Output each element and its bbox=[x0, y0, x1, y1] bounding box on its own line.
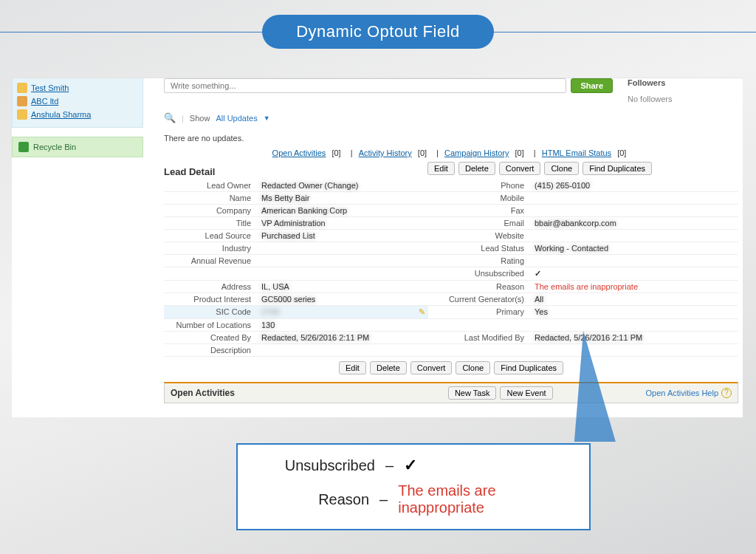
delete-button[interactable]: Delete bbox=[458, 162, 495, 175]
recycle-label: Recycle Bin bbox=[33, 143, 76, 151]
value-address: IL, USA bbox=[258, 281, 428, 293]
label-lead-source: Lead Source bbox=[164, 230, 258, 242]
value-lead-status: Working - Contacted bbox=[532, 242, 738, 255]
count-badge: [0] bbox=[418, 148, 427, 157]
value-lead-owner: Redacted Owner (Change) bbox=[258, 179, 428, 192]
label-created-by: Created By bbox=[164, 332, 258, 344]
lead-detail-grid: Lead Owner Redacted Owner (Change) Phone… bbox=[164, 179, 738, 357]
open-activities-section: Open Activities New Task New Event Open … bbox=[164, 382, 738, 403]
new-event-button[interactable]: New Event bbox=[500, 386, 552, 400]
pencil-icon[interactable]: ✎ bbox=[419, 307, 425, 317]
value-name: Ms Betty Bair bbox=[258, 192, 428, 205]
label-unsubscribed: Unsubscribed bbox=[428, 267, 532, 281]
value-current-generators: All bbox=[532, 293, 738, 306]
share-button[interactable]: Share bbox=[571, 78, 613, 93]
callout-row-unsubscribed: Unsubscribed – ✓ bbox=[250, 452, 577, 479]
callout-value-reason: The emails are inappropriate bbox=[398, 482, 577, 516]
followers-head: Followers bbox=[628, 78, 738, 87]
label-industry: Industry bbox=[164, 242, 258, 255]
link-open-activities[interactable]: Open Activities bbox=[272, 148, 326, 157]
callout-label-unsubscribed: Unsubscribed bbox=[250, 457, 375, 474]
recent-item[interactable]: Anshula Sharma bbox=[17, 108, 138, 121]
label-sic-code: SIC Code bbox=[164, 306, 258, 319]
label-blank2 bbox=[428, 319, 532, 332]
show-label: Show bbox=[190, 114, 210, 123]
link-html-email-status[interactable]: HTML Email Status bbox=[542, 148, 611, 157]
value-title: VP Administration bbox=[258, 217, 428, 230]
callout-row-reason: Reason – The emails are inappropriate bbox=[250, 479, 577, 520]
link-activity-history[interactable]: Activity History bbox=[359, 148, 412, 157]
feed-input[interactable] bbox=[164, 78, 566, 93]
new-task-button[interactable]: New Task bbox=[448, 386, 496, 400]
separator: | bbox=[182, 114, 184, 123]
clone-button[interactable]: Clone bbox=[456, 361, 490, 375]
find-duplicates-button[interactable]: Find Duplicates bbox=[583, 162, 652, 175]
value-phone: (415) 265-0100 bbox=[532, 179, 738, 192]
label-rating: Rating bbox=[428, 255, 532, 267]
value-mobile bbox=[532, 192, 738, 205]
edit-button[interactable]: Edit bbox=[339, 361, 366, 375]
label-annual-revenue: Annual Revenue bbox=[164, 255, 258, 267]
value-lead-source: Purchased List bbox=[258, 230, 428, 242]
show-filter-dropdown[interactable]: All Updates bbox=[216, 114, 257, 123]
banner-line-left bbox=[0, 32, 262, 33]
count-badge: [0] bbox=[617, 148, 626, 157]
banner: Dynamic Optout Field bbox=[0, 15, 756, 49]
label-website: Website bbox=[428, 230, 532, 242]
main-content: Share Followers No followers 🔍 | Show Al… bbox=[143, 78, 743, 417]
label-reason: Reason bbox=[428, 281, 532, 293]
label-blank3 bbox=[428, 344, 532, 357]
recent-item[interactable]: Test Smith bbox=[17, 81, 138, 95]
count-badge: [0] bbox=[331, 148, 340, 157]
callout-value-unsubscribed: ✓ bbox=[404, 456, 417, 475]
convert-button[interactable]: Convert bbox=[410, 361, 453, 375]
banner-line-right bbox=[494, 32, 756, 33]
label-product-interest: Product Interest bbox=[164, 293, 258, 306]
label-name: Name bbox=[164, 192, 258, 205]
banner-title: Dynamic Optout Field bbox=[262, 15, 494, 49]
value-product-interest: GC5000 series bbox=[258, 293, 428, 306]
open-activities-title: Open Activities bbox=[171, 388, 355, 398]
dash: – bbox=[385, 457, 394, 474]
label-blank bbox=[164, 267, 258, 281]
label-num-locations: Number of Locations bbox=[164, 319, 258, 332]
link-campaign-history[interactable]: Campaign History bbox=[444, 148, 509, 157]
lead-icon bbox=[17, 109, 27, 120]
recent-link[interactable]: ABC ltd bbox=[31, 97, 58, 106]
value-blank3 bbox=[532, 344, 738, 357]
detail-buttons-bottom: Edit Delete Convert Clone Find Duplicate… bbox=[164, 361, 738, 375]
recent-link[interactable]: Test Smith bbox=[31, 83, 69, 92]
label-mobile: Mobile bbox=[428, 192, 532, 205]
value-description bbox=[258, 344, 428, 357]
label-phone: Phone bbox=[428, 179, 532, 192]
feed-filter: 🔍 | Show All Updates ▼ bbox=[164, 112, 738, 123]
clone-button[interactable]: Clone bbox=[544, 162, 579, 175]
delete-button[interactable]: Delete bbox=[370, 361, 407, 375]
help-icon: ? bbox=[721, 388, 732, 398]
convert-button[interactable]: Convert bbox=[499, 162, 541, 175]
label-lead-owner: Lead Owner bbox=[164, 179, 258, 192]
callout-label-reason: Reason bbox=[250, 491, 369, 508]
value-sic-code[interactable]: 2768✎ bbox=[258, 306, 428, 319]
value-rating bbox=[532, 255, 738, 267]
help-link[interactable]: Open Activities Help bbox=[646, 389, 718, 397]
followers-column: Followers No followers bbox=[628, 78, 738, 103]
chevron-down-icon[interactable]: ▼ bbox=[264, 114, 270, 122]
recent-link[interactable]: Anshula Sharma bbox=[31, 110, 91, 119]
open-activities-help[interactable]: Open Activities Help ? bbox=[646, 388, 732, 398]
label-company: Company bbox=[164, 205, 258, 217]
recent-item[interactable]: ABC ltd bbox=[17, 95, 138, 108]
edit-button[interactable]: Edit bbox=[427, 162, 455, 175]
feed-row: Share Followers No followers bbox=[164, 78, 738, 103]
recycle-bin[interactable]: Recycle Bin bbox=[12, 137, 143, 157]
label-lead-status: Lead Status bbox=[428, 242, 532, 255]
value-annual-revenue bbox=[258, 255, 428, 267]
section-title: Lead Detail bbox=[164, 166, 341, 177]
search-icon[interactable]: 🔍 bbox=[164, 112, 176, 123]
detail-buttons-top: Edit Delete Convert Clone Find Duplicate… bbox=[341, 162, 738, 175]
find-duplicates-button[interactable]: Find Duplicates bbox=[494, 361, 563, 375]
label-email: Email bbox=[428, 217, 532, 230]
lead-detail-header: Lead Detail Edit Delete Convert Clone Fi… bbox=[164, 157, 738, 179]
value-blank2 bbox=[532, 319, 738, 332]
sidebar: Test Smith ABC ltd Anshula Sharma Recycl… bbox=[12, 78, 143, 417]
